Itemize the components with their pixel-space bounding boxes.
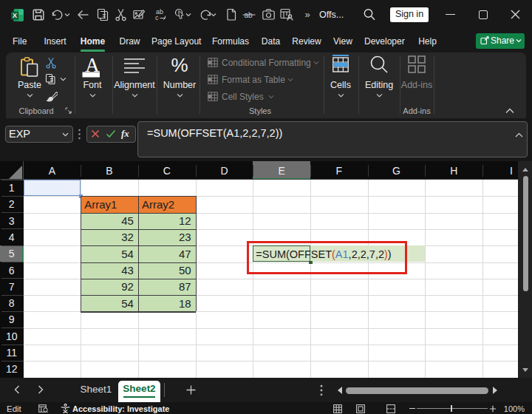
svg-text:X: X [13,11,18,19]
svg-text:c: c [155,14,159,21]
